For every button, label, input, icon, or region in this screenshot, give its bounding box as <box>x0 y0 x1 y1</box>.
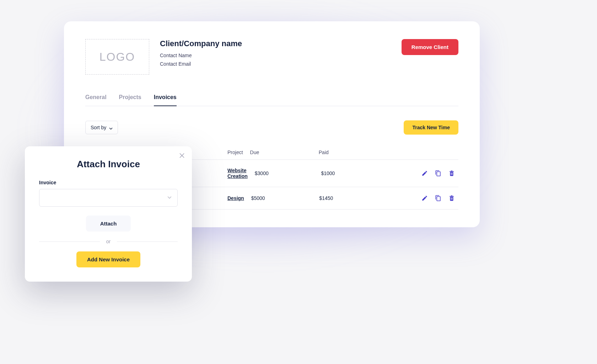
due-amount: $5000 <box>251 195 312 201</box>
track-new-time-button[interactable]: Track New Time <box>404 120 458 135</box>
sort-label: Sort by <box>91 125 106 130</box>
or-divider: or <box>39 239 178 244</box>
column-due: Due <box>250 150 312 155</box>
attach-button[interactable]: Attach <box>86 216 131 232</box>
tab-projects[interactable]: Projects <box>119 94 141 106</box>
row-actions <box>387 170 458 176</box>
client-info: Client/Company name Contact Name Contact… <box>160 39 391 70</box>
close-icon[interactable] <box>179 153 185 158</box>
contact-name: Contact Name <box>160 53 391 58</box>
add-new-invoice-button[interactable]: Add New Invoice <box>76 251 140 267</box>
contact-email: Contact Email <box>160 61 391 67</box>
company-name: Client/Company name <box>160 39 391 48</box>
client-header: LOGO Client/Company name Contact Name Co… <box>85 39 458 75</box>
trash-icon[interactable] <box>448 170 455 176</box>
tab-invoices[interactable]: Invoices <box>154 94 177 106</box>
chevron-down-icon <box>167 195 172 201</box>
chevron-down-icon <box>109 126 113 129</box>
trash-icon[interactable] <box>448 195 455 201</box>
paid-amount: $1450 <box>319 195 380 201</box>
tab-general[interactable]: General <box>85 94 107 106</box>
column-actions <box>387 150 458 155</box>
sort-by-dropdown[interactable]: Sort by <box>85 121 118 134</box>
edit-icon[interactable] <box>421 170 428 176</box>
column-paid: Paid <box>319 150 380 155</box>
tabs: General Projects Invoices <box>85 94 458 106</box>
edit-icon[interactable] <box>421 195 428 201</box>
row-actions <box>387 195 458 201</box>
invoice-select[interactable] <box>39 189 178 207</box>
due-amount: $3000 <box>255 170 314 176</box>
copy-icon[interactable] <box>435 170 441 176</box>
toolbar: Sort by Track New Time <box>85 120 458 135</box>
attach-invoice-modal: Attach Invoice Invoice Attach or Add New… <box>25 146 192 282</box>
remove-client-button[interactable]: Remove Client <box>402 39 458 55</box>
or-text: or <box>106 239 111 244</box>
paid-amount: $1000 <box>321 170 380 176</box>
invoice-label: Invoice <box>39 180 178 185</box>
modal-title: Attach Invoice <box>39 159 178 170</box>
copy-icon[interactable] <box>435 195 441 201</box>
logo-placeholder[interactable]: LOGO <box>85 39 149 75</box>
